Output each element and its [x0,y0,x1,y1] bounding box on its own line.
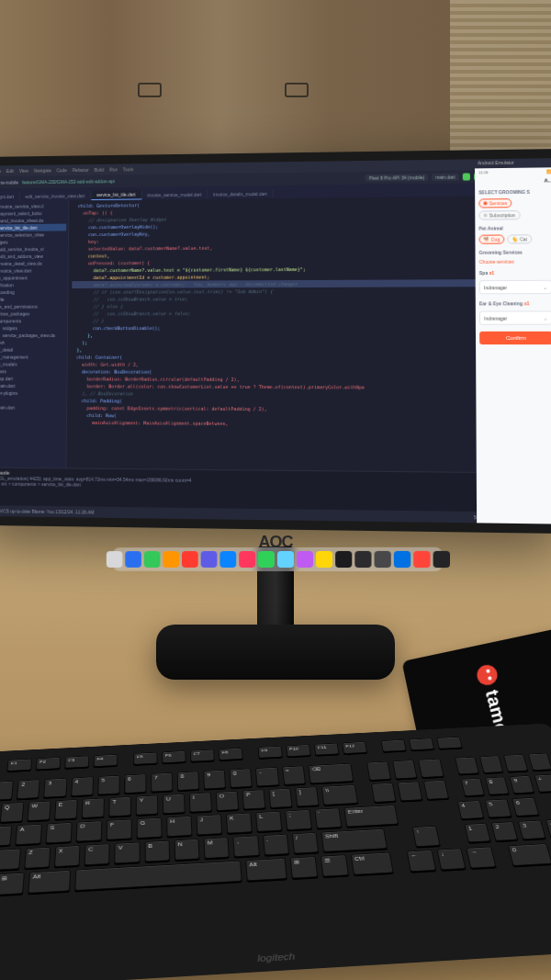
key-blank[interactable] [397,782,422,802]
tree-item[interactable]: splash [0,339,65,346]
key-blank[interactable] [423,780,449,800]
dock-app-icon[interactable] [258,551,275,568]
dock-app-icon[interactable] [413,551,430,568]
key-v[interactable]: V [115,842,141,864]
key-blank[interactable] [371,783,397,803]
key-←[interactable]: ← [407,850,436,872]
key-⊞[interactable]: ⊞ [290,856,319,878]
dock-app-icon[interactable] [296,551,312,568]
tree-item[interactable]: widgets [0,367,65,375]
services-chip[interactable]: Services [478,198,512,208]
key-f8[interactable]: F8 [219,748,243,760]
cat-chip[interactable]: 🐈Cat [508,234,533,243]
key-⌫[interactable]: ⌫ [308,763,354,783]
macos-dock[interactable] [113,547,443,571]
key-u[interactable]: U [163,794,186,814]
key-'[interactable]: ' [314,807,342,828]
keyboard[interactable]: EscF1F2F3F4F5F6F7F8F9F10F11F12 `12345678… [0,723,551,980]
key-2[interactable]: 2 [490,821,518,840]
menu-item[interactable]: File [0,168,1,174]
key-h[interactable]: H [166,816,192,837]
menu-item[interactable]: Navigate [34,168,51,174]
spa-card[interactable]: Indranagar⌄ [479,280,551,295]
key-f12[interactable]: F12 [342,741,367,754]
key-d[interactable]: D [76,820,103,841]
menu-item[interactable]: Tools [123,166,133,172]
tree-item[interactable]: widgets [0,324,65,332]
key-e[interactable]: E [54,799,78,819]
key-shift[interactable]: Shift [0,849,21,873]
run-config[interactable]: main.dart [432,174,458,181]
key-4[interactable]: 4 [71,776,94,795]
key--[interactable]: - [255,767,279,786]
key-f11[interactable]: F11 [314,743,340,756]
key-.[interactable]: . [263,834,289,855]
key-9[interactable]: 9 [203,770,226,789]
key-=[interactable]: = [282,766,306,785]
key-↵[interactable]: ↵ [545,818,551,838]
key-w[interactable]: W [27,801,51,821]
project-tree[interactable]: invoice_service_view.dpayment_select_bot… [0,200,69,467]
key-3[interactable]: 3 [43,778,67,798]
branch-name[interactable]: feature/GMA-230/GMA-252-add-edit-addon-a… [22,178,115,185]
key-f1[interactable]: F1 [6,759,32,772]
editor-tab-active[interactable]: service_list_tile.dart [91,190,141,200]
key-,[interactable]: , [233,836,260,858]
key-blank[interactable] [74,861,242,891]
key-0[interactable]: 0 [230,769,253,788]
menu-item[interactable]: View [19,168,28,174]
key-a[interactable]: A [15,824,42,845]
dock-app-icon[interactable] [316,551,332,568]
tree-item[interactable]: services_packages [0,310,65,318]
dock-app-icon[interactable] [374,551,390,568]
key-2[interactable]: 2 [17,779,40,799]
key-blank[interactable] [392,760,417,779]
key-⊞[interactable]: ⊞ [0,873,25,896]
key-7[interactable]: 7 [460,778,485,796]
key-alt[interactable]: Alt [245,858,287,881]
key-l[interactable]: L [255,811,282,832]
key-g[interactable]: G [137,817,163,839]
key-i[interactable]: I [189,792,212,812]
key-q[interactable]: Q [0,802,24,822]
menu-item[interactable]: Build [95,167,105,173]
dock-app-icon[interactable] [106,551,122,568]
key-ctrl[interactable]: Ctrl [350,852,393,875]
key-6[interactable]: 6 [124,773,146,793]
key-blank[interactable] [381,739,407,752]
key-f10[interactable]: F10 [286,744,310,757]
menu-item[interactable]: Run [109,167,118,173]
editor-tab[interactable]: mgnt.dart [0,192,20,201]
choose-services-link[interactable]: Choose services [476,256,551,266]
dock-app-icon[interactable] [335,551,352,568]
key-o[interactable]: O [216,791,240,811]
key-7[interactable]: 7 [151,772,173,792]
tree-item[interactable]: components [0,317,65,324]
key-9[interactable]: 9 [509,775,534,794]
tree-item[interactable]: main.dart [0,404,64,411]
key-f7[interactable]: F7 [190,749,215,762]
ear-card[interactable]: Indranagar⌄ [479,310,551,324]
key-;[interactable]: ; [285,809,312,830]
key-m[interactable]: M [204,837,230,859]
key-blank[interactable] [455,757,478,774]
tree-item[interactable]: main.dart [0,382,64,389]
key-5[interactable]: 5 [484,799,512,818]
key-r[interactable]: R [82,798,105,818]
dock-app-icon[interactable] [239,551,255,568]
tree-item[interactable]: staff_detail [0,346,65,354]
key-4[interactable]: 4 [457,800,485,819]
key-5[interactable]: 5 [97,775,120,794]
key-0[interactable]: 0 [508,843,551,866]
key-blank[interactable] [436,737,463,749]
dock-app-icon[interactable] [200,551,217,568]
key-f4[interactable]: F4 [94,754,118,767]
key-f6[interactable]: F6 [162,750,186,763]
tree-item[interactable]: profile [0,296,65,303]
key-blank[interactable] [418,759,444,778]
key-↑[interactable]: ↑ [411,826,440,847]
key-8[interactable]: 8 [485,777,510,795]
dock-app-icon[interactable] [219,551,236,568]
key-↓[interactable]: ↓ [436,848,467,870]
key-n[interactable]: N [174,839,199,861]
